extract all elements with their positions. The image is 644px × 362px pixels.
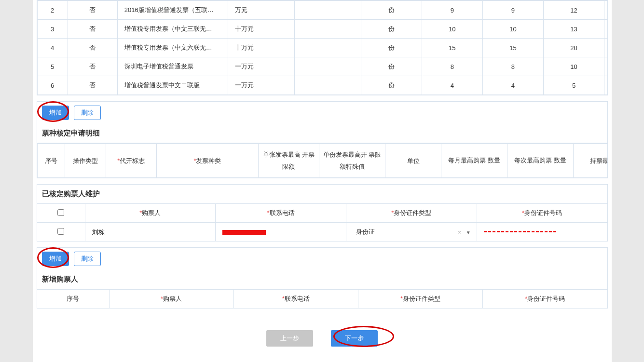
- cell-m: 4: [422, 76, 482, 95]
- cell-op: 验旧购新: [604, 57, 608, 76]
- buyer-row-checkbox[interactable]: [57, 228, 64, 235]
- table-row: 3否增值税专用发票（中文三联无…十万元份101013验旧购新: [37, 20, 608, 39]
- buyer-idno-redacted: [484, 231, 556, 234]
- cell-h: 13: [544, 20, 604, 39]
- col-single-limit: 单张发票最高 开票限额: [258, 144, 319, 178]
- cell-seq: 2: [37, 1, 68, 20]
- cell-kind: 深圳电子增值税普通发票: [117, 57, 228, 76]
- cell-e: 8: [482, 57, 543, 76]
- buyer-col-idtype: *身份证件类型: [346, 204, 477, 223]
- cell-kind: 增值税普通发票中文二联版: [117, 76, 228, 95]
- cell-h: 20: [544, 39, 604, 57]
- col-optype: 操作类型: [65, 144, 106, 178]
- cell-e: 9: [482, 1, 543, 20]
- cell-spec: [294, 39, 361, 57]
- cell-unit: 份: [361, 20, 422, 39]
- newbuyer-col-idno: *身份证件号码: [483, 290, 607, 308]
- cell-kind: 增值税专用发票（中文六联无…: [117, 39, 228, 57]
- invoice-type-table-wrap[interactable]: 2否2016版增值税普通发票（五联…万元份9912验旧购新3否增值税专用发票（中…: [37, 0, 608, 95]
- buyer-col-name: *购票人: [85, 204, 216, 223]
- buyer-idtype-value[interactable]: 身份证: [356, 228, 375, 236]
- cell-flag: 否: [68, 57, 117, 76]
- col-seq: 序号: [37, 144, 65, 178]
- detail-action-bar: 增加 删除: [37, 101, 608, 124]
- cell-unit: 份: [361, 57, 422, 76]
- newbuyer-table: 序号 *购票人 *联系电话 *身份证件类型 *身份证件号码: [37, 289, 608, 308]
- buyer-name-input[interactable]: [92, 228, 213, 236]
- cell-spec: [294, 20, 361, 39]
- cell-spec: [294, 57, 361, 76]
- col-invoice-kind: *发票种类: [157, 144, 259, 178]
- cell-spec: [294, 1, 361, 20]
- cell-e: 15: [482, 39, 543, 57]
- cell-flag: 否: [68, 20, 117, 39]
- col-hold-qty: 持票最高数量: [573, 144, 607, 178]
- col-agentflag: *代开标志: [106, 144, 156, 178]
- delete-detail-button[interactable]: 删除: [74, 106, 101, 120]
- col-unit: 单位: [385, 144, 441, 178]
- buyer-phone-redacted: [222, 230, 266, 235]
- buyer-section-title: 已核定购票人维护: [37, 184, 608, 203]
- cell-seq: 6: [37, 76, 68, 95]
- detail-table: 序号 操作类型 *代开标志 *发票种类 单张发票最高 开票限额 单份发票最高开 …: [37, 144, 608, 178]
- cell-kind: 2016版增值税普通发票（五联…: [117, 1, 228, 20]
- cell-h: 5: [544, 76, 604, 95]
- buyer-checkbox-header: [37, 204, 85, 223]
- buyer-row: 身份证 × ▼: [37, 223, 607, 241]
- newbuyer-action-bar: 增加 删除: [37, 247, 608, 270]
- cell-e: 10: [482, 20, 543, 39]
- cell-limit: 十万元: [228, 39, 295, 57]
- cell-flag: 否: [68, 39, 117, 57]
- newbuyer-col-idtype: *身份证件类型: [358, 290, 483, 308]
- newbuyer-section-title: 新增购票人: [37, 270, 608, 289]
- table-row: 5否深圳电子增值税普通发票一万元份8810验旧购新: [37, 57, 608, 76]
- cell-m: 15: [422, 39, 482, 57]
- cell-m: 9: [422, 1, 482, 20]
- cell-op: 验旧购新: [604, 76, 608, 95]
- invoice-type-table: 2否2016版增值税普通发票（五联…万元份9912验旧购新3否增值税专用发票（中…: [37, 0, 608, 95]
- buyer-table: *购票人 *联系电话 *身份证件类型 *身份证件号码 身份证: [37, 203, 608, 241]
- cell-spec: [294, 76, 361, 95]
- cell-limit: 一万元: [228, 57, 295, 76]
- delete-newbuyer-button[interactable]: 删除: [74, 252, 101, 266]
- cell-flag: 否: [68, 1, 117, 20]
- cell-limit: 十万元: [228, 20, 295, 39]
- detail-table-wrap[interactable]: 序号 操作类型 *代开标志 *发票种类 单张发票最高 开票限额 单份发票最高开 …: [37, 143, 608, 178]
- cell-m: 8: [422, 57, 482, 76]
- cell-unit: 份: [361, 76, 422, 95]
- cell-m: 10: [422, 20, 482, 39]
- newbuyer-col-phone: *联系电话: [233, 290, 358, 308]
- newbuyer-col-seq: 序号: [37, 290, 109, 308]
- buyer-col-idno: *身份证件号码: [477, 204, 607, 223]
- detail-section-title: 票种核定申请明细: [37, 124, 608, 143]
- newbuyer-col-name: *购票人: [109, 290, 233, 308]
- cell-op: 验旧购新: [604, 20, 608, 39]
- cell-seq: 4: [37, 39, 68, 57]
- cell-h: 12: [544, 1, 604, 20]
- table-row: 4否增值税专用发票（中文六联无…十万元份151520验旧购新: [37, 39, 608, 57]
- cell-limit: 万元: [228, 1, 295, 20]
- buyer-select-all-checkbox[interactable]: [57, 209, 64, 216]
- table-row: 6否增值税普通发票中文二联版一万元份445验旧购新: [37, 76, 608, 95]
- table-row: 2否2016版增值税普通发票（五联…万元份9912验旧购新: [37, 1, 608, 20]
- cell-limit: 一万元: [228, 76, 295, 95]
- add-newbuyer-button[interactable]: 增加: [42, 252, 69, 266]
- cell-kind: 增值税专用发票（中文三联无…: [117, 20, 228, 39]
- col-month-qty: 每月最高购票 数量: [441, 144, 507, 178]
- next-step-button[interactable]: 下一步: [331, 330, 378, 347]
- cell-op: 验旧购新: [604, 1, 608, 20]
- cell-h: 10: [544, 57, 604, 76]
- cell-op: 验旧购新: [604, 39, 608, 57]
- col-per-limit: 单份发票最高开 票限额特殊值: [319, 144, 385, 178]
- buyer-col-phone: *联系电话: [216, 204, 346, 223]
- buyer-idtype-clear[interactable]: ×: [458, 228, 462, 236]
- cell-unit: 份: [361, 39, 422, 57]
- cell-unit: 份: [361, 1, 422, 20]
- cell-seq: 3: [37, 20, 68, 39]
- prev-step-button: 上一步: [266, 330, 313, 347]
- chevron-down-icon[interactable]: ▼: [466, 230, 471, 235]
- col-each-qty: 每次最高购票 数量: [507, 144, 573, 178]
- add-detail-button[interactable]: 增加: [42, 106, 69, 120]
- cell-seq: 5: [37, 57, 68, 76]
- wizard-footer: 上一步 下一步: [37, 308, 608, 347]
